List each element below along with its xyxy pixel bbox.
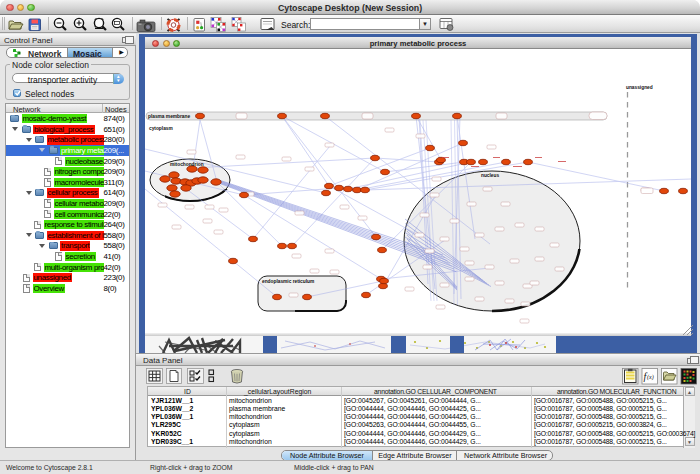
svg-text:plasma membrane: plasma membrane [148, 114, 190, 119]
svg-text:mitochondrion: mitochondrion [170, 162, 204, 167]
svg-text:endoplasmic reticulum: endoplasmic reticulum [262, 279, 314, 284]
svg-text:unassigned: unassigned [626, 85, 653, 90]
svg-text:nucleus: nucleus [481, 173, 499, 178]
svg-text:(x): (x) [647, 374, 654, 381]
svg-text:cytoplasm: cytoplasm [149, 126, 173, 131]
